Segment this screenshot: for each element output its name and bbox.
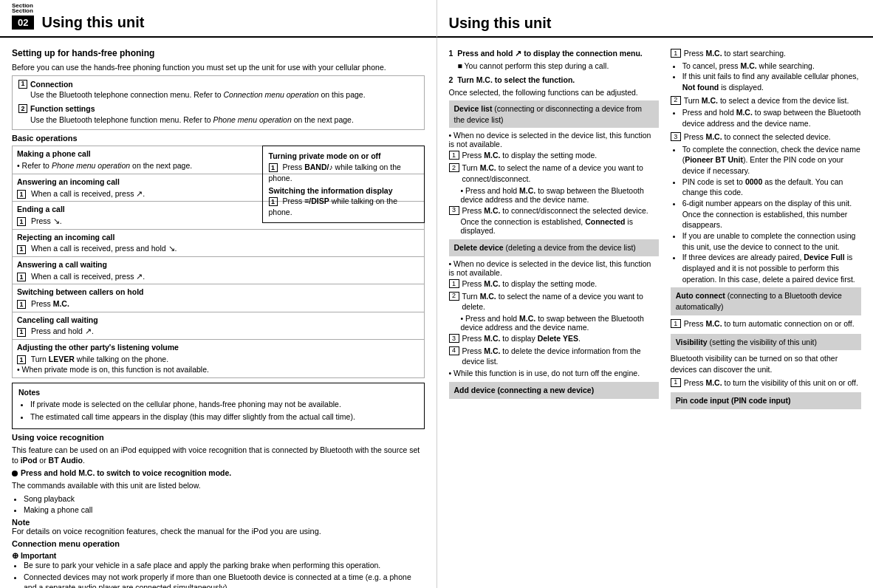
note-voice-body: For details on voice recognition feature… (12, 527, 321, 536)
rejecting-incoming-body: 1 When a call is received, press and hol… (17, 243, 420, 254)
turning-private-title: Turning private mode on or off (269, 151, 381, 160)
ad-num-2-circle: 2 (671, 96, 681, 105)
visibility-title: Visibility (676, 338, 708, 346)
dd-num-3: 3 Press M.C. to display Delete YES. (449, 333, 659, 344)
dd-num-3-text: Press M.C. to display Delete YES. (462, 333, 581, 344)
commands-intro: The commands available with this unit ar… (12, 480, 425, 491)
ad-bullet-1a: To cancel, press M.C. while searching. (682, 61, 861, 72)
connection-title: Connection (30, 80, 73, 89)
auto-connect-title: Auto connect (676, 291, 725, 300)
header-title-left: Using this unit (41, 14, 144, 31)
dl-num-1: 1 Press M.C. to display the setting mode… (449, 150, 659, 161)
note-voice: Note For details on voice recognition fe… (12, 518, 425, 536)
ad-bullet-3b: PIN code is set to 0000 as the default. … (682, 177, 861, 198)
important-item-2: Connected devices may not work properly … (24, 572, 425, 588)
ad-num-1-bullets: To cancel, press M.C. while searching. I… (671, 61, 861, 93)
dd-num-2-circle: 2 (449, 292, 459, 301)
dl-num-2-circle: 2 (449, 163, 459, 172)
device-list-header: Device list (connecting or disconnecting… (449, 100, 659, 128)
ad-bullet-2a: Press and hold M.C. to swap between the … (682, 107, 861, 129)
header-bar: Section Section 02 Using this unit Using… (0, 0, 873, 38)
connection-body: Use the Bluetooth telephone connection m… (30, 90, 366, 99)
setting-up-title: Setting up for hands-free phoning (12, 48, 425, 58)
connection-box: 1 Connection Use the Bluetooth telephone… (12, 75, 425, 131)
switching-info-display: Switching the information display 1 Pres… (269, 185, 418, 218)
important-section: ⊕ Important Be sure to park your vehicle… (12, 551, 425, 588)
dl-num-2: 2 Turn M.C. to select the name of a devi… (449, 163, 659, 184)
notes-list: If private mode is selected on the cellu… (18, 399, 418, 422)
device-list-title: Device list (454, 104, 493, 113)
switching-callers-body: 1 Press M.C. (17, 298, 420, 310)
num-2: 2 (18, 104, 27, 113)
canceling-waiting-title: Canceling call waiting (17, 315, 420, 326)
switching-info-title: Switching the information display (269, 186, 393, 195)
answering-waiting-title: Answering a call waiting (17, 259, 420, 270)
command-song: Song playback (24, 493, 425, 505)
pin-code-title: Pin code input (PIN code input) (676, 396, 791, 405)
vis-num-1-text: Press M.C. to turn the visibility of thi… (684, 377, 858, 389)
adjusting-volume: Adjusting the other party's listening vo… (13, 340, 424, 377)
connection-row1: 1 Connection Use the Bluetooth telephone… (18, 79, 418, 100)
main-content: Setting up for hands-free phoning Before… (0, 38, 873, 588)
connection-row2: 2 Function settings Use the Bluetooth te… (18, 103, 418, 125)
dl-num-3-circle: 3 (449, 206, 459, 215)
notes-box: Notes If private mode is selected on the… (12, 383, 425, 428)
function-settings-body: Use the Bluetooth telephone function men… (30, 115, 354, 124)
dd-num-1-circle: 1 (449, 279, 459, 288)
switching-callers-title: Switching between callers on hold (17, 287, 420, 298)
auto-connect-content: 1 Press M.C. to turn automatic connectio… (671, 318, 861, 329)
ad-num-1-text: Press M.C. to start searching. (684, 48, 786, 59)
private-mode-box: Turning private mode on or off 1 Press B… (262, 146, 425, 222)
dl-bullet-1: • When no device is selected in the devi… (449, 131, 659, 148)
ad-num-2: 2 Turn M.C. to select a device from the … (671, 95, 861, 106)
dd-bullet-2: • While this function is in use, do not … (449, 369, 659, 377)
ad-num-3-bullets: To complete the connection, check the de… (671, 144, 861, 285)
visibility-body: Bluetooth visibility can be turned on so… (671, 353, 861, 375)
note-item-2: The estimated call time appears in the d… (30, 411, 418, 423)
add-device-title: Add device (connecting a new device) (454, 386, 595, 394)
dl-sub-bullet-1: • Press and hold M.C. to swap between th… (461, 186, 659, 204)
adjusting-volume-body: 1 Turn LEVER while talking on the phone.… (17, 354, 420, 375)
delete-device-header: Delete device (deleting a device from th… (449, 239, 659, 256)
rejecting-incoming-title: Rejecting an incoming call (17, 232, 420, 243)
important-list: Be sure to park your vehicle in a safe p… (12, 560, 425, 588)
command-phone: Making a phone call (24, 505, 425, 516)
setting-up-body: Before you can use the hands-free phonin… (12, 62, 425, 73)
right-column: 1 Press and hold ↗ to display the connec… (437, 38, 874, 588)
pin-code-header: Pin code input (PIN code input) (671, 392, 861, 409)
delete-device-title: Delete device (454, 243, 504, 252)
dd-num-3-circle: 3 (449, 334, 459, 343)
important-item-1: Be sure to park your vehicle in a safe p… (24, 560, 425, 571)
dl-num-3: 3 Press M.C. to connect/disconnect the s… (449, 205, 659, 216)
conn-menu-title: Connection menu operation (12, 539, 425, 548)
header-left: Section Section 02 Using this unit (0, 0, 437, 38)
dl-connected-text: Once the connection is established, Conn… (461, 217, 659, 235)
visibility-header: Visibility (setting the visibility of th… (671, 334, 861, 351)
auto-connect-header: Auto connect (connecting to a Bluetooth … (671, 287, 861, 315)
ad-bullet-3c: 6-digit number appears on the display of… (682, 198, 861, 230)
header-title-right: Using this unit (449, 15, 552, 32)
turning-private-mode: Turning private mode on or off 1 Press B… (269, 151, 418, 183)
dd-bullet-1: • When no device is selected in the devi… (449, 259, 659, 277)
num-1-pm: 1 (269, 163, 278, 172)
dl-num-2-text: Turn M.C. to select the name of a device… (462, 163, 659, 184)
ad-num-1: 1 Press M.C. to start searching. (671, 48, 861, 59)
num-1-sw: 1 (269, 197, 278, 206)
add-device-header: Add device (connecting a new device) (449, 382, 659, 399)
ac-num-1-circle: 1 (671, 319, 681, 328)
basic-ops-title: Basic operations (12, 134, 425, 143)
function-settings-title: Function settings (30, 104, 95, 113)
ac-num-1: 1 Press M.C. to turn automatic connectio… (671, 318, 861, 329)
right-top-section: 1 Press and hold ↗ to display the connec… (449, 48, 862, 412)
left-column: Setting up for hands-free phoning Before… (0, 38, 437, 588)
ad-num-3-text: Press M.C. to connect the selected devic… (684, 131, 831, 143)
dl-num-1-circle: 1 (449, 151, 459, 160)
dd-num-4: 4 Press M.C. to delete the device inform… (449, 346, 659, 367)
dd-num-2: 2 Turn M.C. to select the name of a devi… (449, 291, 659, 312)
answering-waiting-body: 1 When a call is received, press ↗. (17, 271, 420, 282)
ad-num-1-circle: 1 (671, 49, 681, 58)
important-title: ⊕ Important (12, 551, 56, 560)
ad-bullet-3d: If you are unable to complete the connec… (682, 230, 861, 252)
step1-note: ■ You cannot perform this step during a … (458, 61, 659, 70)
note-item-1: If private mode is selected on the cellu… (30, 399, 418, 410)
